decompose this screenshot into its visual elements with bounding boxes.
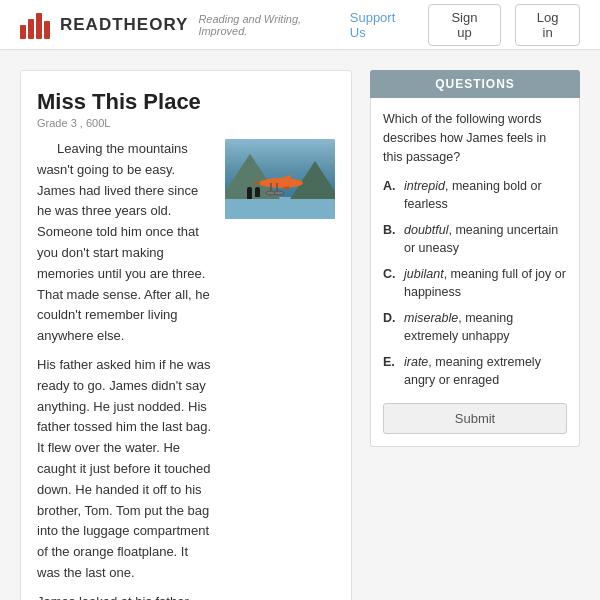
answer-option-b[interactable]: B. doubtful, meaning uncertain or uneasy [383, 222, 567, 257]
logo-text: READTHEORY [60, 15, 188, 35]
article: Miss This Place Grade 3 , 600L [20, 70, 352, 600]
article-paragraph-3: James looked at his father. Then he look… [37, 592, 213, 600]
person-2 [255, 187, 260, 197]
answer-letter-c: C. [383, 266, 397, 301]
answer-option-d[interactable]: D. miserable, meaning extremely unhappy [383, 310, 567, 345]
answer-text-a: intrepid, meaning bold or fearless [404, 178, 567, 213]
support-link[interactable]: Support Us [350, 10, 414, 40]
person-1 [247, 187, 252, 199]
answer-option-c[interactable]: C. jubilant, meaning full of joy or happ… [383, 266, 567, 301]
signup-button[interactable]: Sign up [428, 4, 501, 46]
article-title: Miss This Place [37, 89, 335, 115]
answer-letter-e: E. [383, 354, 397, 389]
answer-option-a[interactable]: A. intrepid, meaning bold or fearless [383, 178, 567, 213]
logo-bar-1 [20, 25, 26, 39]
logo-tagline: Reading and Writing, Improved. [198, 13, 349, 37]
questions-body: Which of the following words describes h… [370, 98, 580, 447]
logo-bar-4 [44, 21, 50, 39]
article-image [225, 139, 335, 219]
header-right: Support Us Sign up Log in [350, 4, 580, 46]
article-paragraph-2: His father asked him if he was ready to … [37, 355, 213, 584]
article-meta: Grade 3 , 600L [37, 117, 335, 129]
article-body: Leaving the mountains wasn't going to be… [37, 139, 213, 600]
header: READTHEORY Reading and Writing, Improved… [0, 0, 600, 50]
header-left: READTHEORY Reading and Writing, Improved… [20, 11, 350, 39]
article-image-inner [225, 139, 335, 219]
questions-header: QUESTIONS [370, 70, 580, 98]
questions-panel: QUESTIONS Which of the following words d… [370, 70, 580, 600]
logo-bar-2 [28, 19, 34, 39]
answer-letter-a: A. [383, 178, 397, 213]
floatplane-icon [253, 171, 308, 201]
answer-letter-b: B. [383, 222, 397, 257]
svg-point-7 [274, 191, 284, 195]
logo-icon [20, 11, 50, 39]
questions-prompt: Which of the following words describes h… [383, 110, 567, 166]
people-silhouettes [247, 187, 260, 199]
submit-button[interactable]: Submit [383, 403, 567, 434]
answer-option-e[interactable]: E. irate, meaning extremely angry or enr… [383, 354, 567, 389]
article-paragraph-1: Leaving the mountains wasn't going to be… [37, 139, 213, 347]
answer-text-d: miserable, meaning extremely unhappy [404, 310, 567, 345]
login-button[interactable]: Log in [515, 4, 580, 46]
logo-bar-3 [36, 13, 42, 39]
answer-text-b: doubtful, meaning uncertain or uneasy [404, 222, 567, 257]
answer-text-e: irate, meaning extremely angry or enrage… [404, 354, 567, 389]
svg-point-0 [259, 178, 303, 188]
answer-text-c: jubilant, meaning full of joy or happine… [404, 266, 567, 301]
main-content: Miss This Place Grade 3 , 600L [0, 50, 600, 600]
answer-letter-d: D. [383, 310, 397, 345]
